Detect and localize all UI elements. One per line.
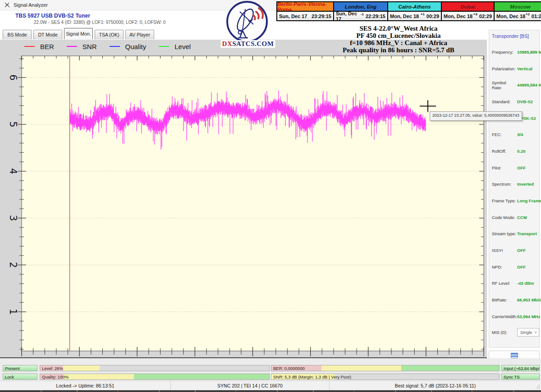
transponder-row: BitRate:66,953 Mbit/s [489,292,539,308]
transponder-label: CarrierWidth: [492,314,517,319]
clock-date: Mon, Dec 18 [444,14,472,19]
y-axis-label: 6 [8,74,18,80]
y-axis-label: 1 [8,309,18,315]
clock-time: 00:29 [426,14,439,19]
transponder-value: 44995,584 KS/s [517,82,541,87]
transponder-value: Vertical [517,66,532,71]
transponder-value: OFF [517,248,526,253]
transponder-label: RF Level: [492,281,517,286]
transponder-value: 0.20 [517,149,526,154]
transponder-label: Polarization: [492,66,517,71]
transponder-row: Stream type:Transport [489,226,539,242]
transponder-label: Frequency: [492,50,517,55]
dxsatcs-logo: DXSATCS.COM [220,0,276,50]
clock-time: 22:29:15 [366,14,385,19]
transponder-value: -43 dBm [517,281,534,286]
quality-meter: Quality: 100% [40,374,270,380]
transponder-label: Spectrum: [492,182,517,187]
transponder-label: Symbol Rate: [492,80,517,90]
transponder-row: RF Level:-43 dBm [489,275,539,292]
transponder-row: Spectrum:Inverted [489,176,539,193]
transponder-label: Code Mode: [492,215,517,220]
transponder-label: Pilot: [492,165,517,170]
transponder-value: Long Frame [517,198,541,203]
clock-utc-offset: +3 [473,12,477,16]
legend-label: SNR [83,43,97,50]
chart-region: 123456 [0,53,487,358]
clock-time: 02:29 [479,14,492,19]
clock-time-cell: Mon, Dec 18+201:29 [495,11,541,20]
chart-title-line: f=10 986 MHz_V : Canal + Africa [310,39,487,46]
transponder-value: CCM [517,215,527,220]
legend-label: Level [174,43,191,50]
statusbar-uptime: Locked -> Uptime: 86:13:51 [0,381,170,390]
meter-fill-segment [401,365,499,371]
transponder-value: 3/4 [517,132,523,137]
transponder-row: RollOff:0.20 [489,143,539,160]
clock-column: London, EngSun, Dec 17-122:29:15 [333,2,387,20]
legend-ber-swatch [24,46,35,47]
sync-label: Sync TS [504,374,520,379]
world-clocks-table: Berlin-Paris-Vienna-RomaSun, Dec 1723:29… [276,1,541,21]
level-label: Level: 26% [42,366,63,371]
chevron-down-icon: ∨ [534,330,537,334]
transponder-label: RollOff: [492,149,517,154]
clock-time: 23:29:15 [312,14,331,19]
level-meter: Level: 26% [40,365,270,371]
legend-label: BER [40,43,54,50]
y-axis-label: 5 [8,121,18,127]
window-title: Signal Analyzer [14,2,48,8]
tab-dt-mode[interactable]: DT Mode [33,30,62,39]
present-indicator: Present [3,365,37,371]
screen-bottom-edge [0,390,541,392]
clock-time-cell: Sun, Dec 17-122:29:15 [334,11,387,20]
ber-label: BER: 0,0000000 [273,366,305,371]
mis-row: MIS (0): Single ∨ [489,326,539,339]
transponder-label: ISSYI [492,248,517,253]
lock-label: Lock [5,374,14,379]
mode-tabs: BS ModeDT ModeSignal Mon.TSA (OK)AV Play… [3,28,154,39]
mis-selected-value: Single [520,330,532,335]
mis-label: MIS (0): [492,330,517,335]
clock-time-cell: Sun, Dec 1723:29:15 [277,11,333,20]
lock-indicator: Lock [3,374,37,380]
transponder-value: OFF [517,264,526,269]
tab-av-player[interactable]: AV Player [125,30,154,39]
transponder-panel: Transponder [BS] Frequency:10985,889 MHz… [489,30,540,348]
transponder-label: BitRate: [492,297,517,302]
mis-dropdown[interactable]: Single ∨ [517,328,539,337]
transponder-row: Pilot:OFF [489,160,539,176]
tab-bs-mode[interactable]: BS Mode [3,30,32,39]
legend-item-quality: Quality [110,43,147,50]
clock-utc-offset: -1 [361,12,364,16]
monitor-bars: PresentLevel: 26%BER: 0,0000000Input (~6… [0,358,541,381]
meter-fill-segment [321,365,401,371]
transponder-row: Symbol Rate:44995,584 KS/s [489,77,539,93]
legend-quality-swatch [110,46,120,47]
clock-date: Mon, Dec 18 [390,14,419,19]
transponder-row: Frame Type:Long Frame [489,192,539,209]
legend-label: Quality [125,43,147,50]
transponder-label: FEC: [492,132,517,137]
clock-city-header: Moscow [495,2,541,11]
transponder-value: DVB-S2 [517,99,533,104]
tab-signal-mon-[interactable]: Signal Mon. [64,28,93,39]
clock-city-header: London, Eng [334,2,387,11]
transponder-value: 53,994 MHz [517,314,540,319]
transponder-label: NPD: [492,264,517,269]
clock-city-header: Dubai [442,2,494,11]
transponder-row: Frequency:10985,889 MHz [489,44,539,60]
clock-date: Sun, Dec 17 [279,14,307,19]
transponder-row: ISSYIOFF [489,242,539,259]
signal-chart[interactable]: 123456 [0,53,487,358]
transponder-label: Frame Type: [492,198,517,203]
clock-city-header: Cairo-Athens [388,2,441,11]
input-indicator: Input (~63,84 Mbps) [501,365,540,371]
clock-date: Sun, Dec 17 [336,11,361,22]
transponder-value: Inverted [517,182,534,187]
transponder-value: Transport [517,231,537,236]
chart-title-line: Peak quality in 86 hours : SNR=5.7 dB [310,46,487,54]
resize-grip[interactable] [536,385,540,389]
legend-item-snr: SNR [67,43,97,50]
tab-tsa-ok-[interactable]: TSA (OK) [95,30,124,39]
